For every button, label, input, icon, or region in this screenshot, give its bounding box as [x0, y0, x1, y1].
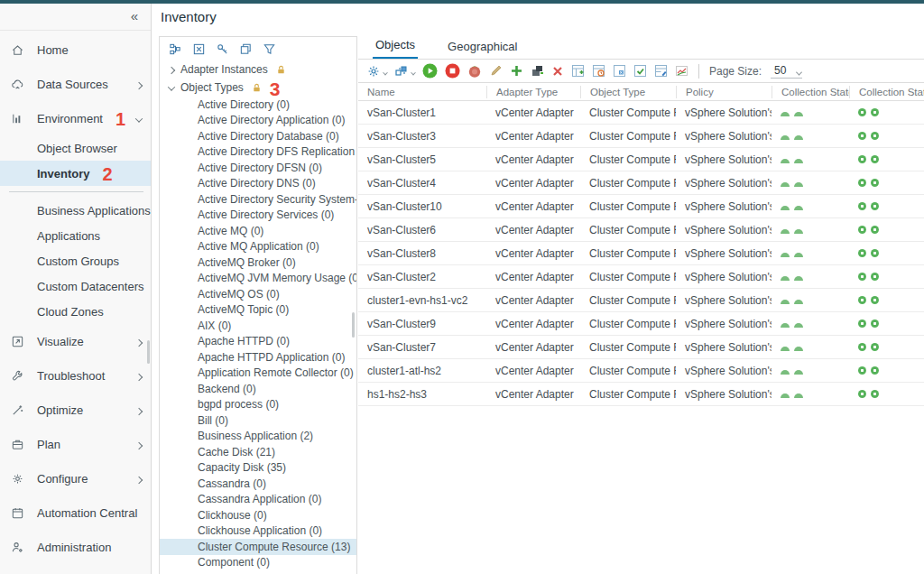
column-header-policy[interactable]: Policy: [676, 86, 772, 98]
sidebar-item-automation-central[interactable]: Automation Central: [0, 495, 151, 530]
tree-item-active-directory-database-0-[interactable]: Active Directory Database (0): [160, 128, 356, 144]
group-menu-icon[interactable]: [394, 63, 415, 79]
key-icon[interactable]: [216, 42, 229, 56]
tree-node-adapter-instances[interactable]: Adapter Instances: [160, 60, 356, 79]
copy-icon[interactable]: [239, 42, 253, 56]
table-row[interactable]: vSan-Cluster3vCenter AdapterCluster Comp…: [358, 125, 924, 148]
edit-columns-icon[interactable]: [654, 64, 668, 78]
table-row[interactable]: cluster1-evn-hs1-vc2vCenter AdapterClust…: [358, 289, 924, 312]
gear-menu-icon[interactable]: [366, 63, 387, 79]
start-collecting-icon[interactable]: [422, 63, 438, 79]
tree-item-active-directory-security-system-wide-st[interactable]: Active Directory Security System-Wide St: [160, 191, 356, 208]
tree-item-backend-0-[interactable]: Backend (0): [160, 381, 356, 397]
tree-item-activemq-broker-0-[interactable]: ActiveMQ Broker (0): [160, 255, 356, 271]
tree-item-active-directory-dns-0-[interactable]: Active Directory DNS (0): [160, 176, 356, 192]
sidebar-item-business-applications[interactable]: Business Applications: [0, 198, 151, 223]
tree-item-active-mq-0-[interactable]: Active MQ (0): [160, 223, 356, 239]
tree-scrollbar[interactable]: [352, 312, 355, 338]
tree-item-active-directory-dfs-replication-0-[interactable]: Active Directory DFS Replication (0): [160, 144, 356, 161]
delete-object-icon[interactable]: [551, 65, 564, 78]
column-header-object-type[interactable]: Object Type: [580, 86, 676, 98]
tree-item-clickhouse-application-0-[interactable]: Clickhouse Application (0): [160, 523, 356, 540]
table-row[interactable]: vSan-Cluster8vCenter AdapterCluster Comp…: [358, 242, 924, 265]
tree-item-active-directory-services-0-[interactable]: Active Directory Services (0): [160, 208, 356, 224]
tree-item-container-adapter-instance-1-[interactable]: Container Adapter Instance (1): [160, 570, 356, 574]
validate-window-icon[interactable]: [633, 64, 647, 78]
table-row[interactable]: vSan-Cluster1vCenter AdapterCluster Comp…: [358, 101, 924, 125]
tree-item-bill-0-[interactable]: Bill (0): [160, 412, 356, 429]
add-object-icon[interactable]: [510, 64, 523, 78]
cell-collection-state: [772, 247, 849, 260]
sidebar-item-plan[interactable]: Plan: [0, 427, 151, 461]
table-row[interactable]: vSan-Cluster5vCenter AdapterCluster Comp…: [358, 148, 924, 171]
stop-collecting-icon[interactable]: [445, 63, 460, 79]
tree-node-object-types[interactable]: Object Types3: [160, 79, 356, 97]
sidebar-item-inventory[interactable]: Inventory2: [0, 161, 151, 186]
column-header-collection-status[interactable]: Collection Status: [849, 86, 924, 98]
tree-item-business-application-2-[interactable]: Business Application (2): [160, 429, 356, 445]
column-header-collection-state[interactable]: Collection State: [772, 86, 849, 98]
grid-add-icon[interactable]: [571, 64, 585, 78]
column-header-name[interactable]: Name: [358, 86, 486, 98]
tab-geographical[interactable]: Geographical: [445, 40, 520, 59]
sidebar-item-label: Custom Groups: [37, 255, 119, 268]
tree-item-active-mq-application-0-[interactable]: Active MQ Application (0): [160, 239, 356, 255]
filter-icon[interactable]: [263, 42, 276, 56]
sidebar-item-custom-datacenters[interactable]: Custom Datacenters: [0, 273, 151, 299]
chevron-right-icon[interactable]: [169, 63, 174, 76]
chevron-down-icon[interactable]: [169, 81, 174, 94]
sidebar-item-optimize[interactable]: Optimize: [0, 393, 151, 427]
table-row[interactable]: vSan-Cluster7vCenter AdapterCluster Comp…: [358, 336, 924, 359]
tree-item-clickhouse-0-[interactable]: Clickhouse (0): [160, 507, 356, 523]
tree-item-activemq-topic-0-[interactable]: ActiveMQ Topic (0): [160, 302, 356, 319]
tree-item-application-remote-collector-0-[interactable]: Application Remote Collector (0): [160, 366, 356, 382]
sidebar-scrollbar[interactable]: [147, 340, 150, 364]
sidebar-item-environment[interactable]: Environment1: [0, 101, 151, 135]
sidebar-item-custom-groups[interactable]: Custom Groups: [0, 248, 151, 273]
tree-item-apache-httpd-application-0-[interactable]: Apache HTTPD Application (0): [160, 349, 356, 366]
deselect-icon[interactable]: [192, 42, 206, 56]
sidebar-item-cloud-zones[interactable]: Cloud Zones: [0, 299, 151, 324]
table-row[interactable]: vSan-Cluster2vCenter AdapterCluster Comp…: [358, 265, 924, 289]
sidebar-item-home[interactable]: Home: [0, 32, 151, 67]
export-window-icon[interactable]: [613, 64, 626, 78]
sidebar-item-configure[interactable]: Configure: [0, 461, 151, 495]
tree-hierarchy-icon[interactable]: [169, 42, 182, 56]
table-row[interactable]: vSan-Cluster6vCenter AdapterCluster Comp…: [358, 218, 924, 242]
clone-object-icon[interactable]: [531, 64, 544, 78]
tree-item-capacity-disk-35-[interactable]: Capacity Disk (35): [160, 460, 356, 477]
table-row[interactable]: vSan-Cluster9vCenter AdapterCluster Comp…: [358, 312, 924, 336]
chevron-down-icon[interactable]: [797, 63, 801, 79]
column-header-adapter-type[interactable]: Adapter Type: [486, 86, 580, 98]
tree-item-bgpd-process-0-[interactable]: bgpd process (0): [160, 397, 356, 413]
tree-item-active-directory-application-0-[interactable]: Active Directory Application (0): [160, 113, 356, 129]
collection-status-icon: [858, 179, 866, 187]
sidebar-item-visualize[interactable]: Visualize: [0, 324, 151, 358]
edit-object-icon[interactable]: [489, 64, 503, 78]
sidebar-item-troubleshoot[interactable]: Troubleshoot: [0, 358, 151, 393]
tree-item-activemq-jvm-memory-usage-0-[interactable]: ActiveMQ JVM Memory Usage (0): [160, 271, 356, 287]
tree-item-active-directory-dfsn-0-[interactable]: Active Directory DFSN (0): [160, 160, 356, 176]
tree-item-cassandra-application-0-[interactable]: Cassandra Application (0): [160, 492, 356, 508]
grid-schedule-icon[interactable]: [592, 64, 605, 78]
tree-item-component-0-[interactable]: Component (0): [160, 555, 356, 571]
tab-objects[interactable]: Objects: [373, 38, 418, 59]
table-row[interactable]: hs1-hs2-hs3vCenter AdapterCluster Comput…: [358, 383, 924, 406]
sidebar-item-data-sources[interactable]: Data Sources: [0, 67, 151, 101]
tree-item-activemq-os-0-[interactable]: ActiveMQ OS (0): [160, 286, 356, 302]
tree-item-cache-disk-21-[interactable]: Cache Disk (21): [160, 444, 356, 460]
tree-item-cassandra-0-[interactable]: Cassandra (0): [160, 476, 356, 492]
maintenance-icon[interactable]: [467, 64, 482, 79]
sidebar-item-object-browser[interactable]: Object Browser: [0, 135, 151, 161]
metric-chart-icon[interactable]: [675, 64, 688, 78]
tree-item-active-directory-0-[interactable]: Active Directory (0): [160, 97, 356, 113]
table-row[interactable]: vSan-Cluster4vCenter AdapterCluster Comp…: [358, 171, 924, 195]
tree-item-apache-httpd-0-[interactable]: Apache HTTPD (0): [160, 334, 356, 350]
table-row[interactable]: cluster1-atl-hs2vCenter AdapterCluster C…: [358, 359, 924, 383]
tree-item-cluster-compute-resource-13-[interactable]: Cluster Compute Resource (13)4: [160, 539, 356, 555]
sidebar-item-applications[interactable]: Applications: [0, 223, 151, 248]
sidebar-item-administration[interactable]: Administration: [0, 530, 151, 564]
sidebar-collapse-icon[interactable]: «: [131, 8, 138, 23]
table-row[interactable]: vSan-Cluster10vCenter AdapterCluster Com…: [358, 195, 924, 218]
tree-item-aix-0-[interactable]: AIX (0): [160, 318, 356, 334]
